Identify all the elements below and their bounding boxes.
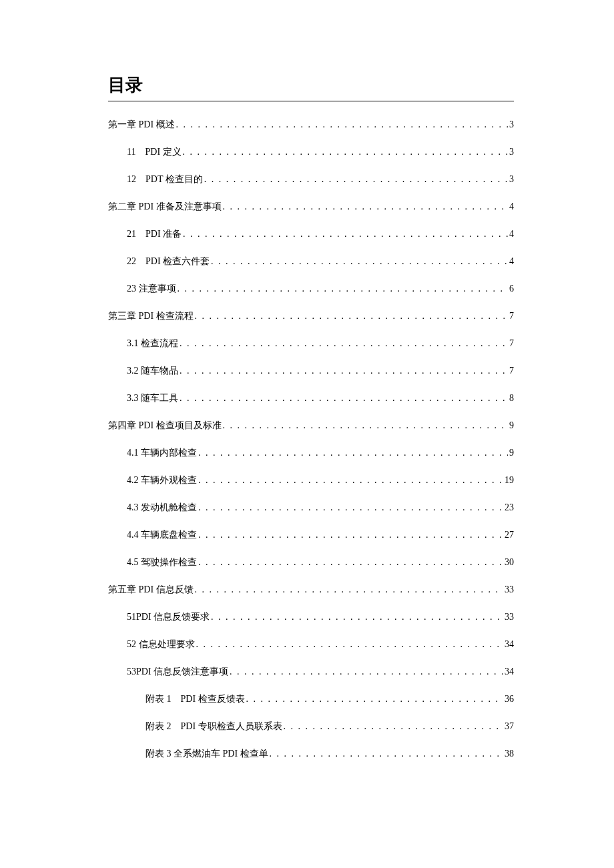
toc-leader-dots xyxy=(195,312,508,321)
toc-entry-page: 9 xyxy=(509,421,514,430)
toc-leader-dots xyxy=(176,120,508,129)
toc-entry: 21 PDI 准备4 xyxy=(108,230,514,239)
toc-leader-dots xyxy=(180,394,508,403)
toc-entry: 12 PDT 检查目的3 xyxy=(108,175,514,184)
toc-entry: 11 PDI 定义3 xyxy=(108,147,514,157)
toc-entry-label: 11 PDI 定义 xyxy=(127,147,182,157)
toc-leader-dots xyxy=(223,202,508,211)
toc-entry: 4.3 发动机舱检查23 xyxy=(108,503,514,512)
toc-entry: 第五章 PDI 信息反馈33 xyxy=(108,585,514,594)
toc-title: 目录 xyxy=(108,73,514,101)
toc-entry-label: 4.5 驾驶操作检查 xyxy=(127,558,197,567)
toc-entry-label: 22 PDI 检查六件套 xyxy=(127,257,210,266)
toc-entry: 4.4 车辆底盘检查27 xyxy=(108,530,514,540)
toc-entry-label: 21 PDI 准备 xyxy=(127,230,182,239)
toc-entry-page: 4 xyxy=(509,230,514,239)
toc-entry-label: 4.2 车辆外观检查 xyxy=(127,476,197,485)
toc-entry: 52 信息处理要求34 xyxy=(108,640,514,649)
toc-entry-label: 3.1 检查流程 xyxy=(127,339,178,348)
toc-entry-page: 4 xyxy=(509,202,514,211)
toc-entry: 53PDI 信息反馈注意事项34 xyxy=(108,667,514,677)
toc-entry-page: 3 xyxy=(509,175,514,184)
toc-leader-dots xyxy=(211,612,503,622)
toc-entry-label: 52 信息处理要求 xyxy=(127,640,195,649)
toc-leader-dots xyxy=(246,695,503,704)
toc-entry-label: 第五章 PDI 信息反馈 xyxy=(108,585,194,594)
toc-leader-dots xyxy=(198,530,503,540)
toc-entry-label: 第二章 PDI 准备及注意事项 xyxy=(108,202,222,211)
toc-entry-page: 7 xyxy=(509,312,514,321)
toc-leader-dots xyxy=(198,503,503,512)
toc-entry: 3.2 随车物品7 xyxy=(108,366,514,376)
toc-entry-page: 36 xyxy=(505,695,514,704)
toc-entry: 附表 1 PDI 检查反馈表36 xyxy=(108,695,514,704)
toc-entry-page: 3 xyxy=(509,147,514,157)
toc-entry-label: 3.3 随车工具 xyxy=(127,394,178,403)
toc-leader-dots xyxy=(183,147,508,157)
toc-entry-label: 51PDI 信息反馈要求 xyxy=(127,612,210,622)
toc-leader-dots xyxy=(204,175,508,184)
toc-entry: 3.1 检查流程7 xyxy=(108,339,514,348)
toc-leader-dots xyxy=(198,448,508,458)
toc-entry-page: 30 xyxy=(505,558,514,567)
toc-entry-page: 3 xyxy=(509,120,514,129)
toc-entry-page: 27 xyxy=(505,530,514,540)
toc-entry: 第二章 PDI 准备及注意事项4 xyxy=(108,202,514,211)
toc-entry-page: 37 xyxy=(505,722,514,731)
toc-entry: 4.1 车辆内部检查9 xyxy=(108,448,514,458)
toc-entry: 3.3 随车工具8 xyxy=(108,394,514,403)
toc-entry-page: 6 xyxy=(509,284,514,294)
toc-entry: 第一章 PDI 概述3 xyxy=(108,120,514,129)
toc-leader-dots xyxy=(195,585,503,594)
toc-entry: 第三章 PDI 检查流程7 xyxy=(108,312,514,321)
toc-leader-dots xyxy=(178,284,509,294)
toc-leader-dots xyxy=(270,749,503,759)
toc-entry-page: 38 xyxy=(505,749,514,759)
toc-entry-page: 33 xyxy=(505,612,514,622)
toc-entry: 4.5 驾驶操作检查30 xyxy=(108,558,514,567)
toc-leader-dots xyxy=(198,558,503,567)
toc-entry-label: 附表 1 PDI 检查反馈表 xyxy=(145,695,245,704)
toc-leader-dots xyxy=(284,722,503,731)
toc-entry-page: 33 xyxy=(505,585,514,594)
toc-entry-label: 4.4 车辆底盘检查 xyxy=(127,530,197,540)
toc-entry-page: 7 xyxy=(509,339,514,348)
toc-list: 第一章 PDI 概述311 PDI 定义312 PDT 检查目的3第二章 PDI… xyxy=(108,120,514,759)
toc-entry: 附表 3 全系燃油车 PDI 检查单38 xyxy=(108,749,514,759)
toc-entry-label: 第三章 PDI 检查流程 xyxy=(108,312,194,321)
toc-leader-dots xyxy=(183,230,508,239)
toc-leader-dots xyxy=(198,476,503,485)
toc-entry-page: 4 xyxy=(509,257,514,266)
toc-entry-page: 34 xyxy=(505,640,514,649)
toc-entry-page: 19 xyxy=(505,476,514,485)
toc-entry-label: 附表 2 PDI 专职检查人员联系表 xyxy=(145,722,282,731)
toc-entry-label: 4.1 车辆内部检查 xyxy=(127,448,197,458)
toc-entry-label: 4.3 发动机舱检查 xyxy=(127,503,197,512)
toc-entry: 22 PDI 检查六件套4 xyxy=(108,257,514,266)
toc-leader-dots xyxy=(230,667,503,677)
toc-entry-label: 第四章 PDI 检查项目及标准 xyxy=(108,421,222,430)
toc-entry-label: 第一章 PDI 概述 xyxy=(108,120,175,129)
toc-entry-page: 8 xyxy=(509,394,514,403)
toc-entry-page: 23 xyxy=(505,503,514,512)
toc-entry-page: 34 xyxy=(505,667,514,677)
toc-entry-page: 7 xyxy=(509,366,514,376)
toc-entry-label: 53PDI 信息反馈注意事项 xyxy=(127,667,228,677)
toc-leader-dots xyxy=(196,640,504,649)
toc-entry: 23 注意事项6 xyxy=(108,284,514,294)
toc-entry: 4.2 车辆外观检查19 xyxy=(108,476,514,485)
toc-leader-dots xyxy=(180,339,508,348)
toc-entry-label: 3.2 随车物品 xyxy=(127,366,178,376)
toc-entry-page: 9 xyxy=(509,448,514,458)
toc-leader-dots xyxy=(223,421,508,430)
toc-entry: 附表 2 PDI 专职检查人员联系表37 xyxy=(108,722,514,731)
toc-entry-label: 附表 3 全系燃油车 PDI 检查单 xyxy=(145,749,268,759)
toc-entry: 51PDI 信息反馈要求33 xyxy=(108,612,514,622)
toc-leader-dots xyxy=(180,366,508,376)
toc-entry-label: 12 PDT 检查目的 xyxy=(127,175,203,184)
toc-entry: 第四章 PDI 检查项目及标准9 xyxy=(108,421,514,430)
toc-leader-dots xyxy=(211,257,508,266)
toc-entry-label: 23 注意事项 xyxy=(127,284,176,294)
